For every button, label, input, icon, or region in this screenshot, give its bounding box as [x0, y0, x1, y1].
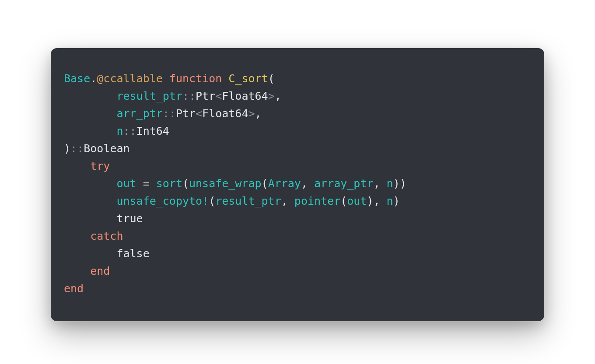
token-type: Float64 — [202, 107, 248, 120]
token-paren: ( — [340, 195, 347, 207]
token-gt: > — [248, 107, 255, 120]
token-arg: array_ptr — [314, 177, 373, 190]
token-var: result_ptr — [116, 90, 182, 102]
token-arg: result_ptr — [215, 195, 281, 207]
token-colon: :: — [123, 125, 136, 137]
token-comma: , — [374, 177, 387, 190]
token-macro: @ccallable — [97, 72, 163, 85]
token-paren: ( — [209, 195, 215, 207]
token-keyword-try: try — [90, 160, 110, 172]
code-panel: Base.@ccallable function C_sort( result_… — [51, 48, 544, 321]
token-false: false — [116, 247, 149, 260]
token-keyword-function: function — [169, 72, 222, 85]
token-type: Ptr — [176, 107, 196, 120]
token-function-name: C_sort — [228, 72, 268, 85]
token-call: unsafe_copyto! — [116, 195, 209, 207]
token-arg: n — [387, 177, 393, 190]
token-call: pointer — [294, 195, 340, 207]
token-var: n — [116, 125, 123, 137]
token-comma: , — [301, 177, 314, 190]
token-var: out — [116, 177, 136, 190]
token-colon: :: — [163, 107, 176, 120]
token-paren: ) — [393, 195, 400, 207]
token-var: arr_ptr — [116, 107, 162, 120]
token-gt: > — [268, 90, 275, 102]
token-keyword-end: end — [64, 282, 84, 295]
token-paren: ( — [268, 72, 275, 85]
token-paren: ( — [262, 177, 268, 190]
token-comma: , — [275, 90, 281, 102]
token-keyword-catch: catch — [90, 230, 123, 242]
token-type: Float64 — [222, 90, 268, 102]
token-colon: :: — [70, 142, 84, 155]
token-lt: < — [196, 107, 202, 120]
token-call: sort — [156, 177, 182, 190]
code-block: Base.@ccallable function C_sort( result_… — [64, 70, 531, 298]
token-comma: , — [373, 195, 386, 207]
token-paren: ) — [64, 142, 70, 155]
token-keyword-end: end — [90, 265, 110, 277]
token-paren: ( — [182, 177, 189, 190]
token-paren: )) — [393, 177, 406, 190]
token-comma: , — [281, 195, 294, 207]
token-arg: n — [387, 195, 393, 207]
token-eq: = — [136, 177, 156, 190]
token-type: Ptr — [196, 90, 215, 102]
token-paren: ) — [367, 195, 373, 207]
token-call: unsafe_wrap — [189, 177, 262, 190]
token-type: Boolean — [84, 142, 130, 155]
token-arg: out — [347, 195, 367, 207]
token-type: Int64 — [136, 125, 169, 137]
token-lt: < — [215, 90, 222, 102]
token-true: true — [116, 212, 143, 225]
token-comma: , — [255, 107, 262, 120]
token-module: Base — [64, 72, 90, 85]
token-colon: :: — [182, 90, 196, 102]
token-dot: . — [90, 72, 97, 85]
token-arg: Array — [268, 177, 301, 190]
